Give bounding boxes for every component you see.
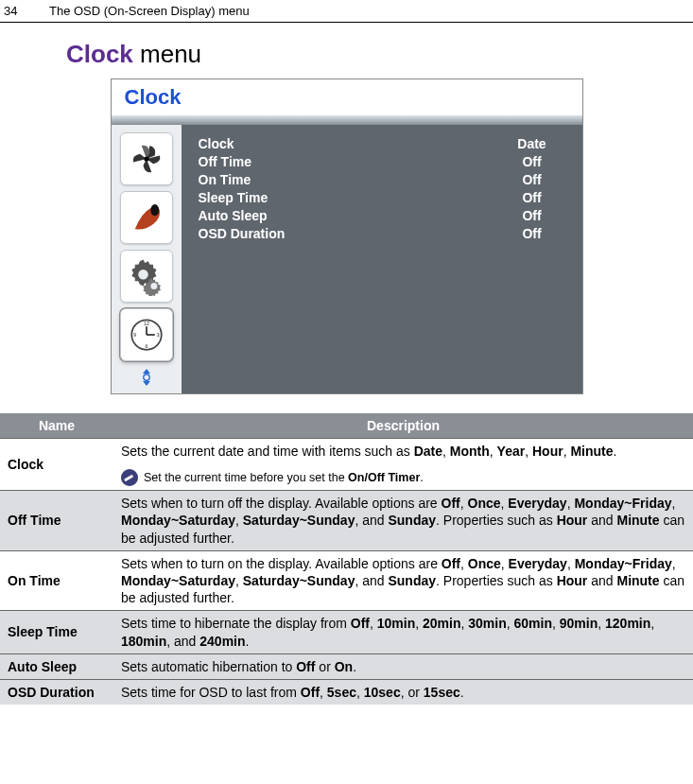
- section-rest: menu: [133, 40, 201, 68]
- row-desc: Sets when to turn on the display. Availa…: [113, 550, 693, 611]
- osd-gradient: [112, 115, 582, 125]
- row-name: Off Time: [0, 491, 113, 551]
- menu-label: Sleep Time: [199, 190, 499, 205]
- header-rule: [0, 22, 693, 23]
- svg-point-0: [144, 156, 148, 161]
- osd-panel: Clock 12369: [111, 78, 583, 394]
- menu-value: Off: [499, 190, 565, 205]
- table-row: Clock Sets the current date and time wit…: [0, 439, 693, 491]
- clock-icon[interactable]: 12369: [120, 308, 173, 361]
- svg-text:3: 3: [156, 332, 159, 338]
- svg-point-12: [143, 375, 148, 380]
- menu-row[interactable]: On TimeOff: [199, 172, 565, 187]
- menu-value: Off: [499, 208, 565, 223]
- description-table: Name Description Clock Sets the current …: [0, 413, 693, 705]
- row-name: Clock: [0, 439, 113, 491]
- table-row: Off Time Sets when to turn off the displ…: [0, 491, 693, 551]
- row-name: Sleep Time: [0, 611, 113, 653]
- svg-marker-11: [143, 369, 150, 374]
- menu-value: Off: [499, 226, 565, 241]
- menu-value: Off: [499, 154, 565, 169]
- row-desc: Sets when to turn off the display. Avail…: [113, 491, 693, 551]
- row-name: On Time: [0, 550, 113, 611]
- menu-label: Off Time: [199, 154, 499, 169]
- menu-row[interactable]: Auto SleepOff: [199, 208, 565, 223]
- table-row: On Time Sets when to turn on the display…: [0, 550, 693, 611]
- table-row: OSD Duration Sets time for OSD to last f…: [0, 679, 693, 705]
- osd-title: Clock: [112, 79, 582, 115]
- fan-icon[interactable]: [120, 132, 173, 185]
- row-desc: Sets time to hibernate the display from …: [113, 611, 693, 653]
- row-name: OSD Duration: [0, 679, 113, 705]
- chapter-title: The OSD (On-Screen Display) menu: [49, 4, 674, 18]
- menu-row[interactable]: Sleep TimeOff: [199, 190, 565, 205]
- svg-point-1: [150, 204, 159, 216]
- menu-label: On Time: [199, 172, 499, 187]
- nav-indicator-icon: [139, 369, 154, 386]
- osd-sidebar: 12369: [112, 125, 182, 393]
- menu-value: Date: [499, 136, 565, 151]
- calibration-icon[interactable]: [120, 191, 173, 244]
- menu-label: Auto Sleep: [199, 208, 499, 223]
- osd-menu-list: ClockDate Off TimeOff On TimeOff Sleep T…: [182, 125, 582, 393]
- row-desc: Sets time for OSD to last from Off, 5sec…: [113, 679, 693, 705]
- table-row: Auto Sleep Sets automatic hibernation to…: [0, 653, 693, 679]
- row-desc: Sets the current date and time with item…: [113, 439, 693, 491]
- menu-value: Off: [499, 172, 565, 187]
- svg-point-2: [138, 270, 148, 280]
- col-header-name: Name: [0, 413, 113, 439]
- svg-text:12: 12: [144, 321, 149, 326]
- row-desc: Sets automatic hibernation to Off or On.: [113, 653, 693, 679]
- menu-row[interactable]: OSD DurationOff: [199, 226, 565, 241]
- svg-point-3: [150, 283, 157, 289]
- settings-icon[interactable]: [120, 250, 173, 303]
- menu-row[interactable]: Off TimeOff: [199, 154, 565, 169]
- col-header-description: Description: [113, 413, 693, 439]
- note: Set the current time before you set the …: [121, 469, 685, 486]
- page-number: 34: [4, 4, 49, 18]
- menu-label: OSD Duration: [199, 226, 499, 241]
- row-name: Auto Sleep: [0, 653, 113, 679]
- section-accent: Clock: [66, 40, 133, 68]
- svg-text:9: 9: [133, 332, 136, 338]
- svg-text:6: 6: [145, 343, 147, 349]
- svg-marker-13: [143, 381, 150, 386]
- pencil-icon: [121, 469, 138, 486]
- section-title: Clock menu: [0, 40, 693, 69]
- menu-label: Clock: [199, 136, 499, 151]
- table-row: Sleep Time Sets time to hibernate the di…: [0, 611, 693, 653]
- menu-row[interactable]: ClockDate: [199, 136, 565, 151]
